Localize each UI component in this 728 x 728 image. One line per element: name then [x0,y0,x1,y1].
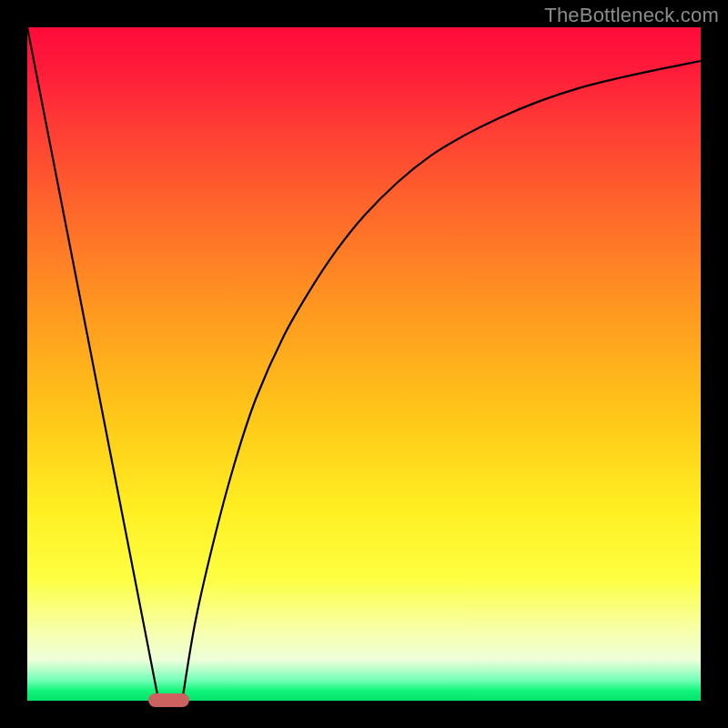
chart-curves [27,27,701,701]
bottom-range-marker [148,693,188,707]
chart-frame: TheBottleneck.com [0,0,728,728]
right-log-curve [182,61,701,701]
watermark-text: TheBottleneck.com [544,4,719,27]
left-descending-line [27,27,158,701]
